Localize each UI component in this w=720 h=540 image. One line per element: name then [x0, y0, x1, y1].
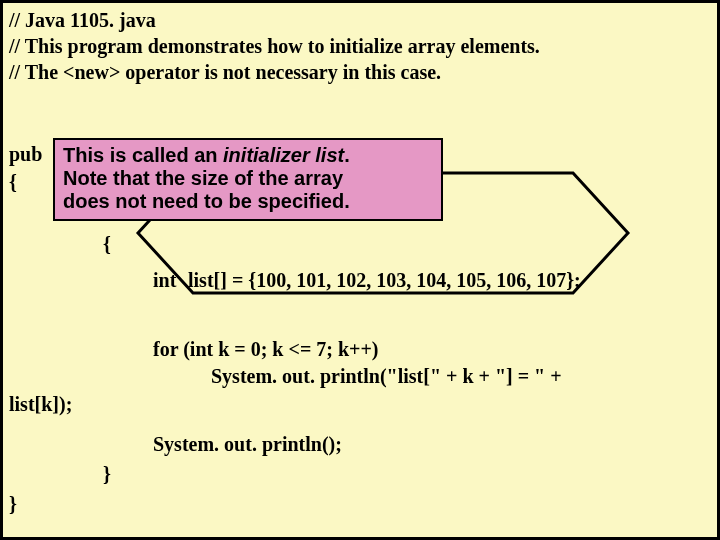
callout-line-2: Note that the size of the array: [63, 167, 433, 190]
for-loop-line: for (int k = 0; k <= 7; k++): [153, 338, 379, 361]
comment-line-2: // This program demonstrates how to init…: [9, 35, 540, 58]
callout-l1a: This is called an: [63, 144, 223, 166]
callout-line-1: This is called an initializer list.: [63, 144, 433, 167]
decl-list-init: list[] = {100, 101, 102, 103, 104, 105, …: [188, 269, 581, 292]
println-line-2: System. out. println();: [153, 433, 342, 456]
callout-l1b: initializer list: [223, 144, 344, 166]
pub-fragment: pub: [9, 143, 42, 166]
callout-line-3: does not need to be specified.: [63, 190, 433, 213]
callout-l1c: .: [344, 144, 350, 166]
open-brace-1: {: [9, 171, 17, 194]
open-brace-2: {: [103, 233, 111, 256]
callout-box: This is called an initializer list. Note…: [53, 138, 443, 221]
slide-canvas: // Java 1105. java // This program demon…: [0, 0, 720, 540]
close-brace-2: }: [9, 493, 17, 516]
listk-fragment: list[k]);: [9, 393, 72, 416]
comment-line-1: // Java 1105. java: [9, 9, 156, 32]
println-line-1: System. out. println("list[" + k + "] = …: [211, 365, 567, 388]
comment-line-3: // The <new> operator is not necessary i…: [9, 61, 441, 84]
decl-int-keyword: int: [153, 269, 176, 292]
println-indent: [153, 365, 193, 388]
close-brace-1: }: [103, 463, 111, 486]
